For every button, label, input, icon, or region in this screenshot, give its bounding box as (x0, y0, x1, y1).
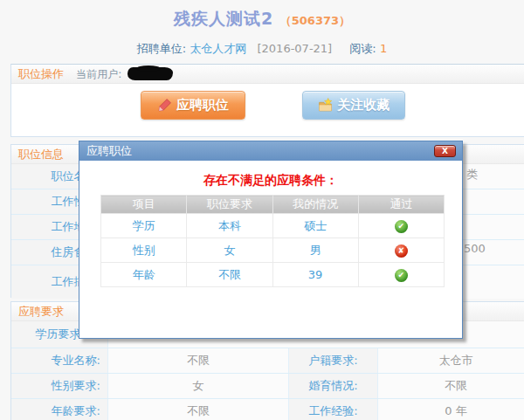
col-mine: 我的情况 (272, 196, 358, 214)
folder-star-icon (318, 98, 333, 113)
close-icon[interactable]: X (434, 145, 456, 157)
cross-icon: ✘ (395, 244, 408, 258)
recruiter-label: 招聘单位: (137, 42, 186, 55)
gender-item: 性别 (101, 238, 187, 263)
major-household-row: 专业名称: 不限 户籍要求: 太仓市 (11, 348, 524, 374)
job-info-title: 职位信息 (18, 148, 64, 161)
col-required: 职位要求 (187, 196, 272, 214)
education-required: 本科 (187, 214, 272, 238)
current-user-label: 当前用户: (76, 68, 121, 80)
age-value: 不限 (108, 399, 289, 420)
apply-dialog-titlebar: 应聘职位 X (79, 141, 462, 161)
category-value-fragment: 类 (466, 167, 478, 182)
job-requirements-title: 应聘要求 (18, 305, 64, 318)
age-mine: 39 (272, 263, 358, 287)
favorite-button-label: 关注收藏 (337, 97, 390, 114)
household-value: 太仓市 (378, 348, 524, 373)
gender-label: 性别要求: (11, 374, 108, 398)
job-title-text: 残疾人测试2 (174, 9, 273, 28)
unmet-conditions-warning: 存在不满足的应聘条件： (79, 173, 462, 189)
age-required: 不限 (187, 263, 272, 287)
marriage-label: 婚育情况: (289, 374, 378, 398)
age-item: 年龄 (101, 263, 187, 287)
age-experience-row: 年龄要求: 不限 工作经验: 0 年 (11, 399, 524, 420)
age-label: 年龄要求: (11, 399, 108, 420)
job-actions-header: 职位操作 当前用户: (11, 65, 524, 84)
gender-required: 女 (187, 238, 272, 263)
job-actions-panel: 职位操作 当前用户: 应聘职位 关注收藏 (10, 64, 524, 137)
experience-value: 0 年 (378, 399, 524, 420)
age-result-cell: ✔ (358, 263, 444, 287)
marriage-value: 不限 (378, 374, 524, 398)
col-pass: 通过 (358, 196, 444, 214)
housing-value-fragment: 500 (464, 242, 486, 255)
job-actions-title: 职位操作 (18, 67, 64, 80)
pen-icon (157, 98, 172, 113)
views-count: 1 (380, 42, 387, 55)
experience-label: 工作经验: (289, 399, 378, 420)
views-label: 阅读: (349, 42, 376, 55)
check-icon: ✔ (395, 269, 408, 282)
conditions-table-header-row: 项目 职位要求 我的情况 通过 (101, 196, 445, 214)
apply-job-button[interactable]: 应聘职位 (141, 91, 245, 120)
major-label: 专业名称: (11, 348, 108, 373)
education-item: 学历 (101, 214, 187, 238)
education-result-cell: ✔ (358, 214, 444, 238)
col-item: 项目 (101, 196, 187, 214)
redacted-username (128, 67, 173, 80)
gender-mine: 男 (272, 238, 358, 263)
page-title: 残疾人测试2 （506373） (0, 8, 524, 31)
gender-value: 女 (108, 374, 289, 398)
household-label: 户籍要求: (289, 348, 378, 373)
job-id: （506373） (280, 14, 350, 27)
apply-dialog-title: 应聘职位 (86, 144, 132, 157)
apply-button-label: 应聘职位 (176, 97, 229, 114)
gender-result-cell: ✘ (358, 238, 444, 263)
favorite-button[interactable]: 关注收藏 (302, 91, 405, 120)
publish-date: [2016-07-21] (258, 42, 333, 55)
job-meta-line: 招聘单位: 太仓人才网 [2016-07-21] 阅读: 1 (0, 41, 524, 57)
gender-marriage-row: 性别要求: 女 婚育情况: 不限 (11, 374, 524, 399)
table-row: 学历 本科 硕士 ✔ (101, 214, 445, 238)
table-row: 年龄 不限 39 ✔ (101, 263, 445, 287)
education-mine: 硕士 (272, 214, 358, 238)
table-row: 性别 女 男 ✘ (101, 238, 445, 263)
check-icon: ✔ (395, 220, 408, 233)
conditions-table: 项目 职位要求 我的情况 通过 学历 本科 硕士 ✔ 性别 女 男 ✘ 年龄 不… (100, 195, 445, 287)
recruiter-link[interactable]: 太仓人才网 (190, 42, 246, 55)
apply-dialog: 应聘职位 X 存在不满足的应聘条件： 项目 职位要求 我的情况 通过 学历 本科… (79, 141, 463, 339)
major-value: 不限 (108, 348, 289, 373)
